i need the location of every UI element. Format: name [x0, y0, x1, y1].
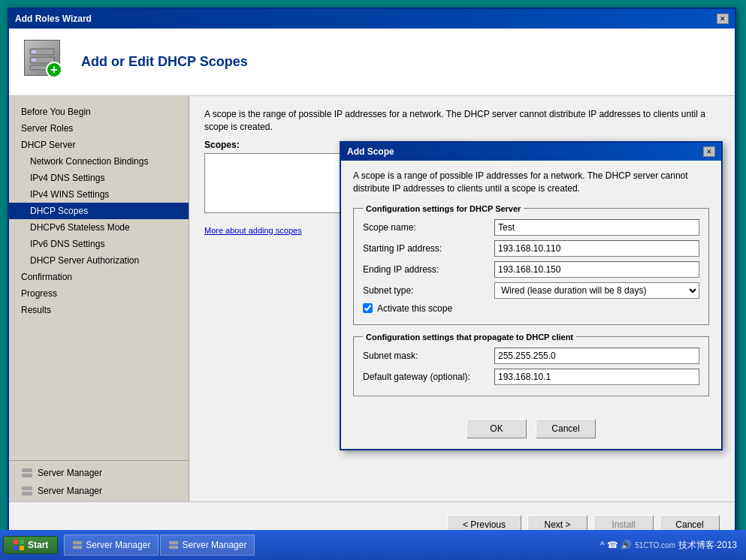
svg-rect-16	[169, 546, 178, 549]
svg-rect-11	[14, 546, 18, 550]
wizard-main: A scope is the range of possible IP addr…	[189, 96, 735, 501]
sidebar-server-manager-1[interactable]: Server Manager	[9, 464, 189, 482]
dialog-ok-button[interactable]: OK	[467, 419, 527, 438]
title-bar: Add Roles Wizard ✕	[9, 9, 735, 29]
starting-ip-input[interactable]	[494, 240, 699, 257]
dialog-overlay: Add Scope ✕ A scope is a range of possib…	[189, 96, 735, 501]
svg-rect-5	[22, 468, 32, 472]
dhcp-server-fieldset: Configuration settings for DHCP Server S…	[353, 204, 709, 325]
svg-rect-10	[20, 540, 24, 544]
svg-rect-15	[169, 541, 178, 544]
taskbar-items: Server Manager Server Manager	[64, 534, 594, 555]
sidebar-item-ipv4-wins[interactable]: IPv4 WINS Settings	[9, 186, 189, 203]
sidebar-item-server-roles[interactable]: Server Roles	[9, 120, 189, 137]
subnet-type-select[interactable]: Wired (lease duration will be 8 days)	[494, 282, 699, 299]
server-manager-icon-2	[21, 485, 33, 497]
wizard-sidebar: Before You Begin Server Roles DHCP Serve…	[9, 96, 189, 501]
subnet-mask-input[interactable]	[494, 348, 699, 364]
tray-time: 技术博客·2013	[678, 539, 737, 552]
scope-name-row: Scope name:	[363, 219, 699, 236]
dialog-body: A scope is a range of possible IP addres…	[341, 161, 721, 413]
sidebar-item-ipv6-dns[interactable]: IPv6 DNS Settings	[9, 236, 189, 252]
activate-scope-label: Activate this scope	[377, 303, 452, 314]
taskbar-item-2[interactable]: Server Manager	[160, 534, 255, 555]
activate-scope-row: Activate this scope	[363, 303, 699, 314]
default-gateway-label: Default gateway (optional):	[363, 372, 494, 382]
subnet-mask-row: Subnet mask:	[363, 348, 699, 364]
svg-rect-8	[22, 492, 32, 495]
dhcp-client-fieldset: Configuration settings that propagate to…	[353, 333, 709, 396]
svg-rect-7	[22, 486, 32, 490]
taskbar-item-2-label: Server Manager	[182, 540, 246, 550]
dialog-cancel-button[interactable]: Cancel	[536, 419, 596, 438]
server-icon: +	[24, 40, 60, 76]
dialog-footer: OK Cancel	[341, 413, 721, 449]
sidebar-item-dhcp-server[interactable]: DHCP Server	[9, 137, 189, 153]
scope-name-input[interactable]	[494, 219, 699, 236]
dhcp-server-legend: Configuration settings for DHCP Server	[363, 204, 524, 213]
default-gateway-input[interactable]	[494, 369, 699, 385]
close-button[interactable]: ✕	[717, 14, 729, 24]
dialog-title-bar: Add Scope ✕	[341, 143, 721, 161]
sidebar-item-dhcp-scopes[interactable]: DHCP Scopes	[9, 203, 189, 219]
wizard-window: Add Roles Wizard ✕ + Add or Edit DHCP Sc…	[8, 8, 736, 548]
sidebar-item-before-you-begin[interactable]: Before You Begin	[9, 104, 189, 120]
sidebar-item-network-connection-bindings[interactable]: Network Connection Bindings	[9, 153, 189, 170]
sidebar-item-dhcpv6-stateless[interactable]: DHCPv6 Stateless Mode	[9, 219, 189, 236]
activate-scope-checkbox[interactable]	[363, 303, 373, 313]
starting-ip-label: Starting IP address:	[363, 243, 494, 254]
sidebar-item-dhcp-auth[interactable]: DHCP Server Authorization	[9, 252, 189, 269]
sidebar-item-ipv4-dns[interactable]: IPv4 DNS Settings	[9, 170, 189, 186]
start-label: Start	[28, 540, 48, 550]
plus-badge: +	[46, 62, 62, 78]
header-icon: +	[24, 40, 69, 85]
ending-ip-row: Ending IP address:	[363, 261, 699, 278]
dhcp-client-legend: Configuration settings that propagate to…	[363, 333, 576, 342]
wizard-content: Before You Begin Server Roles DHCP Serve…	[9, 96, 735, 501]
dialog-description: A scope is a range of possible IP addres…	[353, 170, 709, 195]
add-scope-dialog: Add Scope ✕ A scope is a range of possib…	[340, 141, 723, 450]
subnet-type-label: Subnet type:	[363, 285, 494, 296]
svg-rect-14	[73, 546, 82, 549]
header-title: Add or Edit DHCP Scopes	[81, 54, 248, 70]
watermark-text: 51CTO.com	[635, 541, 675, 549]
svg-rect-12	[20, 546, 24, 550]
server-manager-icon-1	[21, 467, 33, 479]
tray-icons: ^ ☎ 🔊	[600, 540, 632, 550]
svg-rect-6	[22, 474, 32, 477]
taskbar-item-1-label: Server Manager	[86, 540, 150, 550]
svg-rect-3	[32, 59, 36, 62]
taskbar-server-icon-2	[168, 540, 179, 550]
title-bar-buttons: ✕	[717, 14, 729, 24]
start-button[interactable]: Start	[3, 536, 58, 554]
svg-rect-13	[73, 541, 82, 544]
taskbar-item-1[interactable]: Server Manager	[64, 534, 159, 555]
window-title: Add Roles Wizard	[15, 14, 92, 24]
wizard-header: + Add or Edit DHCP Scopes	[9, 29, 735, 96]
scope-name-label: Scope name:	[363, 222, 494, 233]
svg-rect-1	[32, 50, 36, 53]
dialog-close-button[interactable]: ✕	[703, 146, 715, 157]
server-manager-label-1: Server Manager	[38, 468, 102, 478]
sidebar-item-results[interactable]: Results	[9, 302, 189, 318]
dialog-title: Add Scope	[347, 146, 394, 157]
server-manager-label-2: Server Manager	[38, 486, 102, 496]
subnet-type-row: Subnet type: Wired (lease duration will …	[363, 282, 699, 299]
ending-ip-input[interactable]	[494, 261, 699, 278]
taskbar-server-icon-1	[72, 540, 83, 550]
sidebar-server-manager-2[interactable]: Server Manager	[9, 482, 189, 500]
taskbar-tray: ^ ☎ 🔊 51CTO.com 技术博客·2013	[594, 539, 743, 552]
starting-ip-row: Starting IP address:	[363, 240, 699, 257]
subnet-mask-label: Subnet mask:	[363, 351, 494, 361]
default-gateway-row: Default gateway (optional):	[363, 369, 699, 385]
ending-ip-label: Ending IP address:	[363, 264, 494, 275]
sidebar-item-confirmation[interactable]: Confirmation	[9, 269, 189, 285]
sidebar-item-progress[interactable]: Progress	[9, 285, 189, 302]
windows-icon	[13, 539, 25, 551]
taskbar: Start Server Manager Server Manager ^ ☎ …	[0, 530, 746, 560]
svg-rect-9	[14, 540, 18, 544]
